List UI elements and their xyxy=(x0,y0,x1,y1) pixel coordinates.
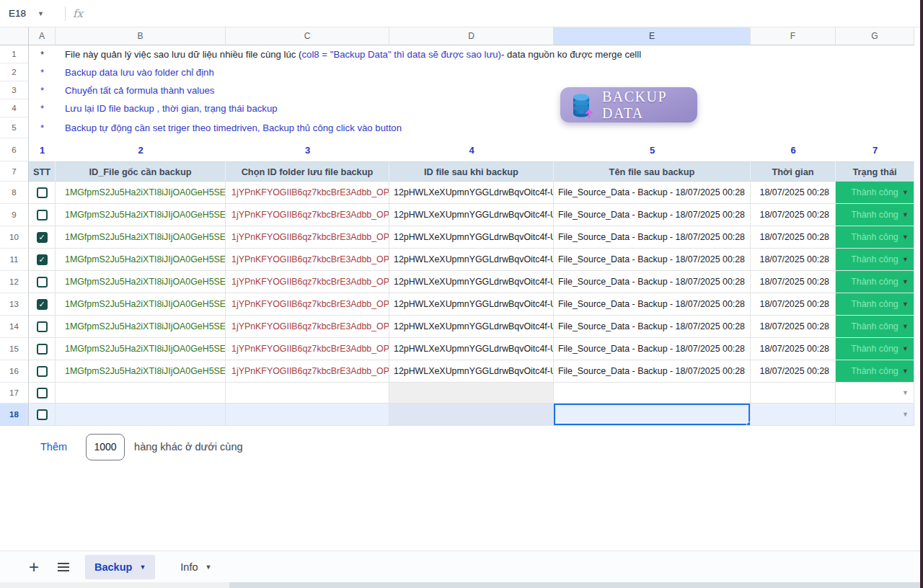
column-index-cell[interactable]: 1 xyxy=(29,138,56,161)
empty-cell[interactable] xyxy=(554,383,751,404)
cell-source-id[interactable]: 1MGfpmS2Ju5Ha2iXTI8iJIjOA0GeH5SEi xyxy=(56,293,226,316)
status-dropdown[interactable]: Thành công▼ xyxy=(836,249,914,270)
row-number-7[interactable]: 7 xyxy=(0,161,29,182)
cell-file-name[interactable]: File_Source_Data - Backup - 18/07/2025 0… xyxy=(554,204,751,226)
row-number-16[interactable]: 16 xyxy=(0,360,29,383)
cell-checkbox[interactable] xyxy=(29,226,56,249)
cell-file-name[interactable]: File_Source_Data - Backup - 18/07/2025 0… xyxy=(554,338,751,360)
column-index-cell[interactable]: 6 xyxy=(751,138,836,161)
row-number-9[interactable]: 9 xyxy=(0,204,29,226)
cell-status[interactable]: ▼ xyxy=(836,383,914,404)
cell-status[interactable]: Thành công▼ xyxy=(836,360,914,383)
checkbox[interactable] xyxy=(37,187,48,198)
cell-time[interactable]: 18/07/2025 00:28 xyxy=(751,316,836,338)
cell-status[interactable]: ▼ xyxy=(836,404,914,426)
note-text-cell[interactable]: Chuyển tất cả formula thành values xyxy=(56,81,923,99)
empty-cell[interactable] xyxy=(751,383,836,404)
checkbox[interactable] xyxy=(37,321,48,332)
fill-handle[interactable] xyxy=(746,422,751,426)
table-header-cell[interactable]: ID_File gốc cần backup xyxy=(56,161,226,182)
note-bullet-cell[interactable]: * xyxy=(29,99,56,117)
column-index-cell[interactable]: 7 xyxy=(836,138,914,161)
cell-backup-id[interactable]: 12pHWLXeXUpmnYGGLdrwBqvOitc4f-U xyxy=(389,182,554,204)
row-number-14[interactable]: 14 xyxy=(0,316,29,338)
cell-source-id[interactable]: 1MGfpmS2Ju5Ha2iXTI8iJIjOA0GeH5SEi xyxy=(56,316,226,338)
note-bullet-cell[interactable]: * xyxy=(29,81,56,99)
status-dropdown[interactable]: Thành công▼ xyxy=(836,316,914,337)
row-number-17[interactable]: 17 xyxy=(0,383,29,404)
row-number-3[interactable]: 3 xyxy=(0,81,29,99)
cell-checkbox[interactable] xyxy=(29,383,56,404)
cell-folder-id[interactable]: 1jYPnKFYOGIIB6qz7kbcBrE3Adbb_OPxv xyxy=(226,204,389,226)
cell-source-id[interactable]: 1MGfpmS2Ju5Ha2iXTI8iJIjOA0GeH5SEi xyxy=(56,271,226,293)
note-text-cell[interactable]: Backup tự động cần set triger theo timed… xyxy=(56,117,923,138)
note-text-cell[interactable]: File này quản lý việc sao lưu dữ liệu nh… xyxy=(56,45,923,63)
cell-checkbox[interactable] xyxy=(29,338,56,360)
cell-file-name[interactable]: File_Source_Data - Backup - 18/07/2025 0… xyxy=(554,316,751,338)
checkbox[interactable] xyxy=(37,299,48,310)
chevron-down-icon[interactable]: ▼ xyxy=(902,411,909,418)
add-rows-button[interactable]: Thêm xyxy=(40,441,67,453)
cell-file-name[interactable]: File_Source_Data - Backup - 18/07/2025 0… xyxy=(554,226,751,249)
cell-file-name[interactable]: File_Source_Data - Backup - 18/07/2025 0… xyxy=(554,182,751,204)
cell-folder-id[interactable]: 1jYPnKFYOGIIB6qz7kbcBrE3Adbb_OPxv xyxy=(226,360,389,383)
checkbox[interactable] xyxy=(37,366,48,377)
column-index-cell[interactable]: 3 xyxy=(226,138,389,161)
cell-source-id[interactable]: 1MGfpmS2Ju5Ha2iXTI8iJIjOA0GeH5SEi xyxy=(56,226,226,249)
cell-checkbox[interactable] xyxy=(29,271,56,293)
cell-backup-id[interactable]: 12pHWLXeXUpmnYGGLdrwBqvOitc4f-U xyxy=(389,316,554,338)
checkbox[interactable] xyxy=(37,344,48,355)
cell-time[interactable]: 18/07/2025 00:28 xyxy=(751,249,836,271)
cell-time[interactable]: 18/07/2025 00:28 xyxy=(751,338,836,360)
cell-status[interactable]: Thành công▼ xyxy=(836,271,914,293)
cell-status[interactable]: Thành công▼ xyxy=(836,182,914,204)
cell-backup-id[interactable]: 12pHWLXeXUpmnYGGLdrwBqvOitc4f-U xyxy=(389,293,554,316)
note-text-cell[interactable]: Lưu lại ID file backup , thời gian, trạn… xyxy=(56,99,923,117)
column-header-g[interactable]: G xyxy=(836,27,914,45)
cell-time[interactable]: 18/07/2025 00:28 xyxy=(751,293,836,316)
row-number-11[interactable]: 11 xyxy=(0,249,29,271)
column-header-f[interactable]: F xyxy=(751,27,836,45)
select-all-corner[interactable] xyxy=(0,27,29,45)
row-number-1[interactable]: 1 xyxy=(0,45,29,63)
cell-time[interactable]: 18/07/2025 00:28 xyxy=(751,226,836,249)
empty-cell[interactable] xyxy=(389,404,554,426)
empty-cell[interactable] xyxy=(751,404,836,426)
cell-status[interactable]: Thành công▼ xyxy=(836,293,914,316)
empty-cell[interactable] xyxy=(56,383,226,404)
column-index-cell[interactable]: 4 xyxy=(389,138,554,161)
cell-status[interactable]: Thành công▼ xyxy=(836,204,914,226)
status-dropdown[interactable]: Thành công▼ xyxy=(836,182,914,203)
cell-status[interactable]: Thành công▼ xyxy=(836,249,914,271)
cell-file-name[interactable]: File_Source_Data - Backup - 18/07/2025 0… xyxy=(554,293,751,316)
cell-backup-id[interactable]: 12pHWLXeXUpmnYGGLdrwBqvOitc4f-U xyxy=(389,249,554,271)
cell-checkbox[interactable] xyxy=(29,404,56,426)
column-index-cell[interactable]: 2 xyxy=(56,138,226,161)
column-header-e[interactable]: E xyxy=(554,27,751,45)
cell-checkbox[interactable] xyxy=(29,293,56,316)
status-dropdown[interactable]: Thành công▼ xyxy=(836,271,914,293)
cell-folder-id[interactable]: 1jYPnKFYOGIIB6qz7kbcBrE3Adbb_OPxv xyxy=(226,316,389,338)
cell-checkbox[interactable] xyxy=(29,182,56,204)
row-number-2[interactable]: 2 xyxy=(0,63,29,81)
row-number-18[interactable]: 18 xyxy=(0,404,29,426)
table-header-cell[interactable]: Thời gian xyxy=(751,161,836,182)
horizontal-scrollbar[interactable] xyxy=(0,582,923,588)
row-number-10[interactable]: 10 xyxy=(0,226,29,249)
all-sheets-menu-icon[interactable] xyxy=(58,563,69,571)
row-number-6[interactable]: 6 xyxy=(0,138,29,161)
checkbox[interactable] xyxy=(37,210,48,220)
cell-status[interactable]: Thành công▼ xyxy=(836,226,914,249)
cell-status[interactable]: Thành công▼ xyxy=(836,316,914,338)
cell-time[interactable]: 18/07/2025 00:28 xyxy=(751,271,836,293)
note-bullet-cell[interactable]: * xyxy=(29,63,56,81)
column-header-c[interactable]: C xyxy=(226,27,389,45)
column-header-b[interactable]: B xyxy=(56,27,226,45)
add-sheet-icon[interactable]: + xyxy=(29,558,39,576)
row-count-input[interactable] xyxy=(86,434,125,460)
note-bullet-cell[interactable]: * xyxy=(29,45,56,63)
name-box[interactable]: E18 ▼ xyxy=(0,8,63,19)
cell-source-id[interactable]: 1MGfpmS2Ju5Ha2iXTI8iJIjOA0GeH5SEi xyxy=(56,338,226,360)
chevron-down-icon[interactable]: ▼ xyxy=(902,389,909,396)
cell-file-name[interactable]: File_Source_Data - Backup - 18/07/2025 0… xyxy=(554,360,751,383)
